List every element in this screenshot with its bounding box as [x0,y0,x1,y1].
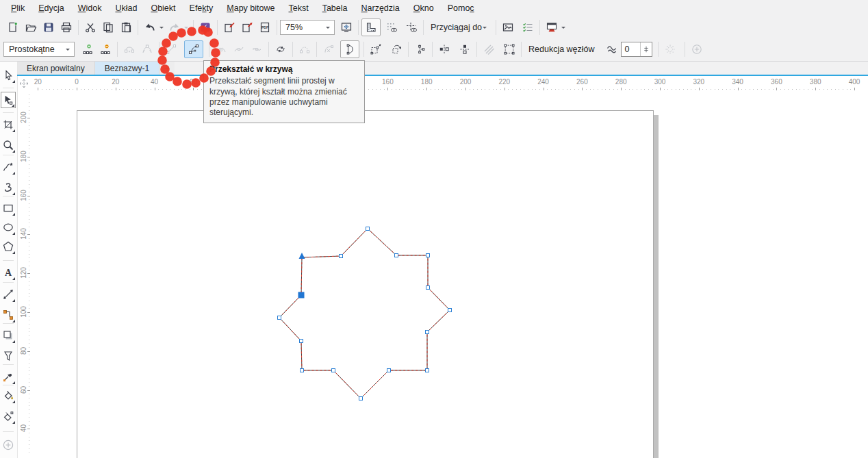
reduce-nodes-button[interactable]: Redukcja węzłów [524,44,599,54]
delete-node-button[interactable] [97,41,114,58]
crop-tool[interactable] [1,116,16,133]
paste-button[interactable] [117,19,135,36]
rotate-skew-nodes-button[interactable] [387,41,405,58]
grid-toggle-button[interactable] [383,19,400,36]
import-button[interactable] [220,19,238,36]
add-button[interactable] [688,41,706,58]
menu-narzędzia[interactable]: Narzędzia [355,3,407,13]
elastic-mode-button[interactable] [480,41,498,58]
rectangular-mode-combo[interactable]: Prostokątne [3,42,75,57]
publish-pdf-button[interactable]: PDF [256,19,274,36]
fill-tool[interactable] [1,387,16,404]
artistic-media-tool[interactable] [1,179,16,196]
drop-shadow-tool[interactable] [1,327,16,344]
redo-dropdown-icon[interactable] [184,27,188,31]
presentation-button[interactable] [543,19,561,36]
new-document-button[interactable] [4,19,22,36]
freehand-tool[interactable] [1,159,16,175]
stretch-nodes-button[interactable] [367,41,385,58]
tab-ekran-powitalny[interactable]: Ekran powitalny [17,62,95,75]
print-button[interactable] [58,19,75,36]
undo-dropdown-icon[interactable] [159,27,164,31]
menu-tabela[interactable]: Tabela [316,3,355,13]
customize-button[interactable] [519,19,537,36]
reflect-vertical-button[interactable] [456,41,474,58]
copy-button[interactable] [99,19,117,36]
redo-button[interactable] [166,19,183,36]
smoothness-spinbox[interactable]: 0 [621,42,652,57]
symmetrical-node-button[interactable] [248,41,266,58]
cusp-node-button[interactable] [212,41,230,58]
vertical-ruler[interactable]: 406080100120140160180200 [17,91,31,458]
stepper-icon[interactable] [640,42,652,56]
polygon-tool[interactable] [1,238,16,255]
convert-to-line-button[interactable] [162,41,180,58]
rulers-toggle-button[interactable] [361,18,381,36]
join-nodes-button[interactable] [120,41,138,58]
cut-button[interactable] [81,19,99,36]
refine-nodes-button[interactable] [661,41,679,58]
new-tab-button[interactable]: + [159,62,175,75]
save-button[interactable] [40,19,58,36]
reverse-direction-button[interactable] [272,41,290,58]
ruler-origin[interactable] [17,76,31,91]
connector-tool[interactable] [1,307,16,323]
snap-to-button[interactable]: Przyciągaj do [426,23,493,32]
menu-efekty[interactable]: Efekty [183,3,220,13]
separator [78,20,79,35]
menu-pomoc[interactable]: Pomoc [441,3,481,13]
pick-tool[interactable] [1,67,16,84]
ellipse-tool[interactable] [1,219,16,236]
drawing-canvas[interactable] [31,91,868,458]
document-tab-bar: Ekran powitalnyBeznazwy-1+ [17,62,868,75]
horizontal-ruler[interactable]: 2002040608010012014016018020022024026028… [31,76,868,91]
extend-curve-to-close-button[interactable] [296,41,314,58]
eyedropper-tool[interactable] [1,368,16,385]
menu-okno[interactable]: Okno [407,3,441,13]
image-options-button[interactable] [499,19,517,36]
ruler-label: 320 [693,78,704,86]
menu-układ[interactable]: Układ [108,3,144,13]
ruler-label: 300 [654,78,666,86]
extract-subpath-button[interactable] [320,41,337,58]
reflect-horizontal-icon [438,43,450,55]
align-nodes-icon [414,43,426,55]
open-button[interactable] [22,19,40,36]
save-icon [42,21,55,34]
ruler-label: 80 [20,344,27,357]
presentation-dropdown-icon[interactable] [561,27,565,31]
break-nodes-button[interactable] [138,41,156,58]
transparency-tool[interactable] [1,348,16,364]
search-content-button[interactable] [196,19,214,36]
add-tools[interactable] [1,437,16,453]
rectangle-tool[interactable] [1,200,16,216]
interactive-fill-tool[interactable] [1,408,16,424]
ruler-origin-icon [19,79,29,88]
close-curve-button[interactable] [340,40,359,58]
menu-obiekt[interactable]: Obiekt [144,3,182,13]
convert-to-curve-button[interactable] [184,40,203,58]
zoom-level-combo[interactable]: 75% [280,20,335,35]
zoom-tool[interactable] [1,137,16,153]
text-tool[interactable]: A [1,264,16,281]
menu-tekst[interactable]: Tekst [281,3,315,13]
document-page[interactable] [77,110,654,458]
menu-widok[interactable]: Widok [71,3,109,13]
tab-beznazwy-1[interactable]: Beznazwy-1 [95,62,159,75]
shape-tool[interactable] [1,92,16,108]
zoom-to-page-button[interactable] [337,19,355,36]
align-nodes-button[interactable] [411,41,429,58]
reflect-horizontal-button[interactable] [435,41,453,58]
menu-plik[interactable]: Plik [4,3,31,13]
add-node-button[interactable] [79,41,97,58]
presentation-icon [546,21,558,34]
dimension-tool[interactable] [1,286,16,303]
export-button[interactable] [238,19,256,36]
smooth-node-button[interactable] [230,41,248,58]
undo-button[interactable] [141,19,159,36]
guidelines-toggle-button[interactable] [403,19,420,36]
menu-edycja[interactable]: Edycja [31,3,71,13]
menu-mapy-bitowe[interactable]: Mapy bitowe [220,3,281,13]
stretch-nodes-icon [370,43,382,55]
select-all-nodes-button[interactable] [500,41,518,58]
